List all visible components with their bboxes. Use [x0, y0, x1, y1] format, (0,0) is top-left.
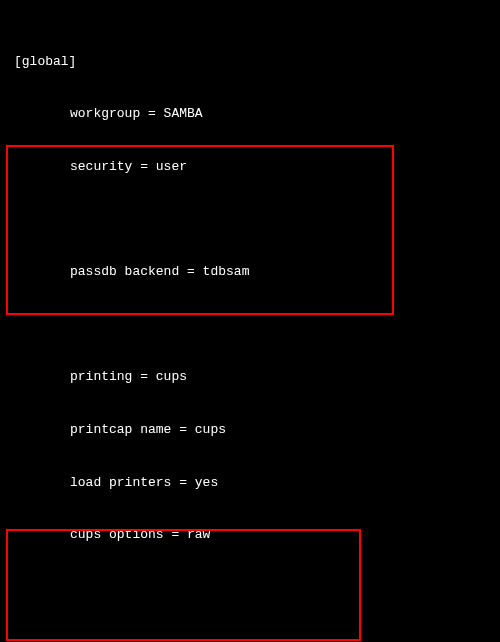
blank-line: [14, 211, 500, 229]
blank-line: [14, 597, 500, 615]
config-line: cups options = raw: [14, 526, 500, 544]
config-line: workgroup = SAMBA: [14, 105, 500, 123]
config-line: passdb backend = tdbsam: [14, 263, 500, 281]
config-line: printing = cups: [14, 368, 500, 386]
blank-line: [14, 316, 500, 334]
config-line: load printers = yes: [14, 474, 500, 492]
terminal-output: [global] workgroup = SAMBA security = us…: [0, 0, 500, 642]
config-line: printcap name = cups: [14, 421, 500, 439]
section-header-global: [global]: [14, 53, 500, 71]
highlight-box-testsm: [6, 529, 361, 641]
config-line: security = user: [14, 158, 500, 176]
